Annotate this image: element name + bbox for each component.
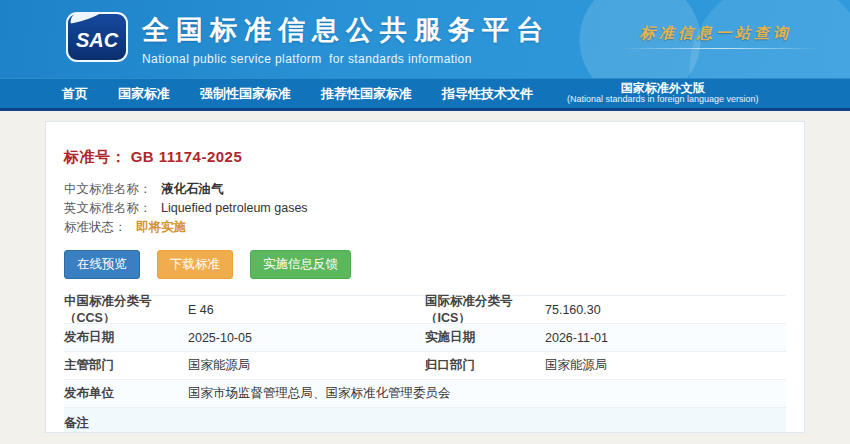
sac-logo[interactable]: SAC — [66, 12, 128, 66]
standard-info-table: 中国标准分类号（CCS） E 46 国际标准分类号（ICS） 75.160.30… — [64, 295, 786, 432]
field-cn-name: 中文标准名称： 液化石油气 — [64, 180, 786, 199]
standard-detail-card: 标准号： GB 11174-2025 中文标准名称： 液化石油气 英文标准名称：… — [45, 121, 805, 433]
main-nav: 首页 国家标准 强制性国家标准 推荐性国家标准 指导性技术文件 国家标准外文版 … — [0, 78, 850, 111]
nav-item-home[interactable]: 首页 — [62, 85, 88, 103]
header-slogan: 标准信息一站查询 — [640, 24, 792, 43]
implementation-feedback-button[interactable]: 实施信息反馈 — [250, 250, 351, 279]
status-badge: 即将实施 — [136, 220, 186, 234]
table-row-publisher: 发布单位 国家市场监督管理总局、国家标准化管理委员会 — [64, 379, 786, 407]
nav-item-foreign-version[interactable]: 国家标准外文版 (National standards in foreign l… — [567, 82, 759, 105]
table-row-departments: 主管部门 国家能源局 归口部门 国家能源局 — [64, 351, 786, 379]
svg-text:SAC: SAC — [76, 29, 119, 51]
table-row-remarks: 备注 — [64, 407, 786, 432]
site-title: 全国标准信息公共服务平台 — [142, 12, 550, 48]
site-header: SAC 全国标准信息公共服务平台 National public service… — [0, 0, 850, 78]
sac-logo-icon: SAC — [66, 12, 128, 62]
standard-number: 标准号： GB 11174-2025 — [64, 148, 786, 167]
nav-item-recommended-standards[interactable]: 推荐性国家标准 — [321, 85, 412, 103]
table-row-classification: 中国标准分类号（CCS） E 46 国际标准分类号（ICS） 75.160.30 — [64, 295, 786, 323]
slogan-underline — [620, 48, 820, 49]
site-subtitle: National public service platform for sta… — [142, 52, 550, 66]
nav-item-guiding-documents[interactable]: 指导性技术文件 — [442, 85, 533, 103]
field-en-name: 英文标准名称： Liquefied petroleum gases — [64, 199, 786, 218]
nav-item-national-standards[interactable]: 国家标准 — [118, 85, 170, 103]
standard-number-value: GB 11174-2025 — [131, 148, 243, 165]
download-standard-button[interactable]: 下载标准 — [157, 250, 233, 279]
nav-item-mandatory-standards[interactable]: 强制性国家标准 — [200, 85, 291, 103]
online-preview-button[interactable]: 在线预览 — [64, 250, 140, 279]
table-row-dates: 发布日期 2025-10-05 实施日期 2026-11-01 — [64, 323, 786, 351]
standard-number-label: 标准号： — [64, 148, 126, 165]
field-status: 标准状态： 即将实施 — [64, 218, 786, 237]
